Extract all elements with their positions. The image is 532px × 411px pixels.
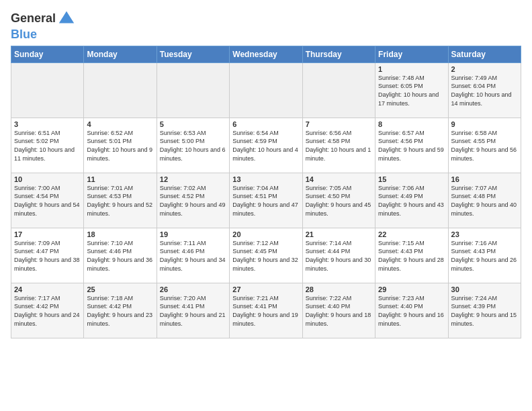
calendar-cell: 30Sunrise: 7:24 AM Sunset: 4:39 PM Dayli… xyxy=(448,283,521,338)
weekday-header-friday: Friday xyxy=(375,46,448,62)
calendar-cell: 10Sunrise: 7:00 AM Sunset: 4:54 PM Dayli… xyxy=(11,173,84,228)
page: General Blue SundayMondayTuesdayWednesda… xyxy=(0,0,532,345)
day-number: 18 xyxy=(87,230,153,238)
day-info: Sunrise: 7:02 AM Sunset: 4:52 PM Dayligh… xyxy=(160,184,226,218)
day-info: Sunrise: 6:56 AM Sunset: 4:58 PM Dayligh… xyxy=(306,129,372,163)
weekday-header-row: SundayMondayTuesdayWednesdayThursdayFrid… xyxy=(11,46,521,62)
week-row-4: 17Sunrise: 7:09 AM Sunset: 4:47 PM Dayli… xyxy=(11,228,521,283)
day-number: 28 xyxy=(306,285,372,293)
day-info: Sunrise: 6:53 AM Sunset: 5:00 PM Dayligh… xyxy=(160,129,226,163)
calendar-cell xyxy=(11,62,84,118)
day-number: 21 xyxy=(306,230,372,238)
day-number: 26 xyxy=(160,285,226,293)
day-info: Sunrise: 7:18 AM Sunset: 4:42 PM Dayligh… xyxy=(87,294,153,328)
day-number: 27 xyxy=(232,285,299,293)
day-info: Sunrise: 6:52 AM Sunset: 5:01 PM Dayligh… xyxy=(87,129,153,163)
day-number: 3 xyxy=(14,120,81,128)
day-info: Sunrise: 7:00 AM Sunset: 4:54 PM Dayligh… xyxy=(14,184,81,218)
calendar-cell: 5Sunrise: 6:53 AM Sunset: 5:00 PM Daylig… xyxy=(157,118,229,173)
weekday-header-tuesday: Tuesday xyxy=(157,46,229,62)
day-info: Sunrise: 7:05 AM Sunset: 4:50 PM Dayligh… xyxy=(306,184,372,218)
day-number: 2 xyxy=(451,65,518,73)
day-number: 11 xyxy=(87,175,153,183)
weekday-header-saturday: Saturday xyxy=(448,46,521,62)
calendar-cell: 7Sunrise: 6:56 AM Sunset: 4:58 PM Daylig… xyxy=(302,118,375,173)
calendar-cell: 8Sunrise: 6:57 AM Sunset: 4:56 PM Daylig… xyxy=(375,118,448,173)
calendar-cell: 2Sunrise: 7:49 AM Sunset: 6:04 PM Daylig… xyxy=(448,62,521,118)
day-info: Sunrise: 7:20 AM Sunset: 4:41 PM Dayligh… xyxy=(160,294,226,328)
weekday-header-sunday: Sunday xyxy=(11,46,84,62)
day-number: 6 xyxy=(232,120,299,128)
calendar-cell: 1Sunrise: 7:48 AM Sunset: 6:05 PM Daylig… xyxy=(375,62,448,118)
day-number: 8 xyxy=(378,120,445,128)
calendar-cell: 3Sunrise: 6:51 AM Sunset: 5:02 PM Daylig… xyxy=(11,118,84,173)
calendar-cell: 9Sunrise: 6:58 AM Sunset: 4:55 PM Daylig… xyxy=(448,118,521,173)
calendar-cell: 25Sunrise: 7:18 AM Sunset: 4:42 PM Dayli… xyxy=(84,283,157,338)
day-number: 12 xyxy=(160,175,226,183)
day-number: 20 xyxy=(232,230,299,238)
calendar-cell: 27Sunrise: 7:21 AM Sunset: 4:41 PM Dayli… xyxy=(230,283,302,338)
week-row-3: 10Sunrise: 7:00 AM Sunset: 4:54 PM Dayli… xyxy=(11,173,521,228)
day-number: 13 xyxy=(232,175,299,183)
svg-marker-0 xyxy=(59,11,74,24)
day-info: Sunrise: 7:15 AM Sunset: 4:43 PM Dayligh… xyxy=(378,239,445,273)
day-number: 14 xyxy=(306,175,372,183)
day-number: 24 xyxy=(14,285,81,293)
calendar-cell xyxy=(84,62,157,118)
calendar-cell: 22Sunrise: 7:15 AM Sunset: 4:43 PM Dayli… xyxy=(375,228,448,283)
logo-text-general: General xyxy=(11,12,56,26)
day-info: Sunrise: 7:48 AM Sunset: 6:05 PM Dayligh… xyxy=(378,74,445,107)
calendar-cell: 4Sunrise: 6:52 AM Sunset: 5:01 PM Daylig… xyxy=(84,118,157,173)
day-number: 29 xyxy=(378,285,445,293)
day-info: Sunrise: 7:22 AM Sunset: 4:40 PM Dayligh… xyxy=(306,294,372,328)
day-number: 9 xyxy=(451,120,518,128)
calendar-cell: 18Sunrise: 7:10 AM Sunset: 4:46 PM Dayli… xyxy=(84,228,157,283)
day-info: Sunrise: 6:51 AM Sunset: 5:02 PM Dayligh… xyxy=(14,129,81,163)
calendar-cell: 17Sunrise: 7:09 AM Sunset: 4:47 PM Dayli… xyxy=(11,228,84,283)
day-info: Sunrise: 7:06 AM Sunset: 4:49 PM Dayligh… xyxy=(378,184,445,218)
weekday-header-monday: Monday xyxy=(84,46,157,62)
day-number: 5 xyxy=(160,120,226,128)
day-info: Sunrise: 7:09 AM Sunset: 4:47 PM Dayligh… xyxy=(14,239,81,273)
calendar-table: SundayMondayTuesdayWednesdayThursdayFrid… xyxy=(11,46,521,338)
week-row-1: 1Sunrise: 7:48 AM Sunset: 6:05 PM Daylig… xyxy=(11,62,521,118)
day-number: 15 xyxy=(378,175,445,183)
calendar-cell: 15Sunrise: 7:06 AM Sunset: 4:49 PM Dayli… xyxy=(375,173,448,228)
calendar-cell: 16Sunrise: 7:07 AM Sunset: 4:48 PM Dayli… xyxy=(448,173,521,228)
day-info: Sunrise: 7:07 AM Sunset: 4:48 PM Dayligh… xyxy=(451,184,518,218)
calendar-cell: 11Sunrise: 7:01 AM Sunset: 4:53 PM Dayli… xyxy=(84,173,157,228)
day-number: 7 xyxy=(306,120,372,128)
day-info: Sunrise: 7:14 AM Sunset: 4:44 PM Dayligh… xyxy=(306,239,372,273)
day-number: 30 xyxy=(451,285,518,293)
day-number: 22 xyxy=(378,230,445,238)
day-info: Sunrise: 6:54 AM Sunset: 4:59 PM Dayligh… xyxy=(232,129,299,163)
day-info: Sunrise: 7:12 AM Sunset: 4:45 PM Dayligh… xyxy=(232,239,299,273)
day-info: Sunrise: 7:16 AM Sunset: 4:43 PM Dayligh… xyxy=(451,239,518,273)
day-number: 17 xyxy=(14,230,81,238)
day-info: Sunrise: 7:24 AM Sunset: 4:39 PM Dayligh… xyxy=(451,294,518,328)
day-info: Sunrise: 7:21 AM Sunset: 4:41 PM Dayligh… xyxy=(232,294,299,328)
day-info: Sunrise: 7:10 AM Sunset: 4:46 PM Dayligh… xyxy=(87,239,153,273)
calendar-cell: 19Sunrise: 7:11 AM Sunset: 4:46 PM Dayli… xyxy=(157,228,229,283)
day-info: Sunrise: 7:23 AM Sunset: 4:40 PM Dayligh… xyxy=(378,294,445,328)
calendar-cell: 6Sunrise: 6:54 AM Sunset: 4:59 PM Daylig… xyxy=(230,118,302,173)
week-row-2: 3Sunrise: 6:51 AM Sunset: 5:02 PM Daylig… xyxy=(11,118,521,173)
day-info: Sunrise: 6:57 AM Sunset: 4:56 PM Dayligh… xyxy=(378,129,445,163)
day-info: Sunrise: 7:04 AM Sunset: 4:51 PM Dayligh… xyxy=(232,184,299,218)
day-number: 23 xyxy=(451,230,518,238)
logo: General Blue xyxy=(11,9,76,42)
day-info: Sunrise: 6:58 AM Sunset: 4:55 PM Dayligh… xyxy=(451,129,518,163)
calendar-cell: 23Sunrise: 7:16 AM Sunset: 4:43 PM Dayli… xyxy=(448,228,521,283)
day-info: Sunrise: 7:17 AM Sunset: 4:42 PM Dayligh… xyxy=(14,294,81,328)
day-number: 25 xyxy=(87,285,153,293)
week-row-5: 24Sunrise: 7:17 AM Sunset: 4:42 PM Dayli… xyxy=(11,283,521,338)
day-number: 4 xyxy=(87,120,153,128)
calendar-cell xyxy=(230,62,302,118)
day-info: Sunrise: 7:01 AM Sunset: 4:53 PM Dayligh… xyxy=(87,184,153,218)
calendar-cell: 13Sunrise: 7:04 AM Sunset: 4:51 PM Dayli… xyxy=(230,173,302,228)
calendar-cell xyxy=(302,62,375,118)
calendar-cell: 29Sunrise: 7:23 AM Sunset: 4:40 PM Dayli… xyxy=(375,283,448,338)
calendar-cell: 12Sunrise: 7:02 AM Sunset: 4:52 PM Dayli… xyxy=(157,173,229,228)
header: General Blue xyxy=(11,7,521,42)
calendar-cell: 26Sunrise: 7:20 AM Sunset: 4:41 PM Dayli… xyxy=(157,283,229,338)
